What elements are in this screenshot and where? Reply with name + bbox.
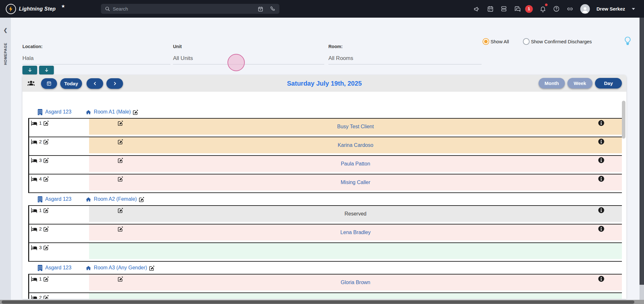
- occupant-name[interactable]: Karina Cardoso: [89, 142, 622, 148]
- lightbulb-icon[interactable]: [623, 36, 632, 46]
- brand[interactable]: Lightning Step ★: [6, 4, 62, 14]
- room-label: Room:: [328, 44, 343, 49]
- calendar-filter-icon[interactable]: [258, 6, 263, 12]
- edit-bed-icon[interactable]: [44, 139, 49, 144]
- horizontal-scrollbar[interactable]: [2, 300, 634, 304]
- user-menu-caret-icon[interactable]: [632, 8, 635, 10]
- building-icon: [37, 196, 43, 202]
- download-button-1[interactable]: [22, 66, 37, 74]
- bed-icon: [31, 207, 37, 213]
- view-day-button[interactable]: Day: [595, 78, 622, 89]
- room-link[interactable]: Room A2 (Female): [94, 196, 137, 202]
- download-button-2[interactable]: [39, 66, 54, 74]
- chat-count-badge[interactable]: 1: [525, 5, 533, 13]
- link-icon[interactable]: [566, 5, 574, 13]
- occupant-name[interactable]: Paula Patton: [89, 161, 622, 167]
- megaphone-icon[interactable]: [473, 5, 480, 13]
- search-icon: [105, 6, 110, 12]
- bed-icon: [31, 276, 37, 282]
- edit-bed-icon[interactable]: [44, 207, 49, 213]
- info-icon[interactable]: [598, 120, 604, 126]
- bed-row: 3Paula Patton: [29, 155, 622, 172]
- room-group: 1Gloria Brown2: [28, 274, 622, 299]
- bed-number: 2: [39, 226, 42, 232]
- view-week-button[interactable]: Week: [567, 78, 592, 89]
- edit-bed-icon[interactable]: [44, 120, 49, 126]
- edit-bed-icon[interactable]: [44, 157, 49, 163]
- view-month-button[interactable]: Month: [539, 78, 565, 89]
- calendar-icon[interactable]: [487, 5, 494, 12]
- info-icon[interactable]: [598, 157, 604, 163]
- show-confirmed-radio[interactable]: [523, 38, 530, 45]
- bed-assignment-cell[interactable]: Reserved: [89, 206, 622, 222]
- location-select[interactable]: Hala: [22, 55, 34, 62]
- bed-icon: [31, 120, 37, 126]
- info-icon[interactable]: [598, 176, 604, 182]
- bed-assignment-cell[interactable]: Gloria Brown: [89, 274, 622, 291]
- bed-assignment-cell[interactable]: Paula Patton: [89, 156, 622, 172]
- unit-label: Unit: [173, 44, 182, 49]
- room-groups: Asgard 123Room A1 (Male)1Busy Test Clien…: [28, 108, 622, 299]
- bed-assignment-cell[interactable]: Mising Caller: [89, 174, 622, 190]
- show-all-radio[interactable]: [483, 38, 489, 45]
- bed-assignment-cell[interactable]: [89, 293, 622, 299]
- phone-filter-icon[interactable]: [270, 6, 276, 12]
- user-name[interactable]: Drew Serkez: [597, 6, 625, 12]
- bed-label: 2: [29, 137, 89, 153]
- cursor-highlight: [227, 54, 245, 71]
- bed-assignment-cell[interactable]: Karina Cardoso: [89, 137, 622, 153]
- occupant-name[interactable]: Gloria Brown: [89, 280, 622, 285]
- vertical-scrollbar[interactable]: [640, 18, 644, 285]
- info-icon[interactable]: [598, 139, 604, 145]
- facility-link[interactable]: Asgard 123: [45, 265, 71, 271]
- search-input[interactable]: [113, 6, 255, 12]
- room-link[interactable]: Room A3 (Any Gender): [94, 265, 147, 271]
- star-icon[interactable]: ★: [61, 4, 65, 9]
- bed-assignment-cell[interactable]: Busy Test Client: [89, 119, 622, 135]
- panels-icon[interactable]: [500, 5, 507, 12]
- occupant-name[interactable]: Mising Caller: [89, 180, 622, 185]
- occupant-name[interactable]: Lena Bradley: [89, 230, 622, 235]
- global-search[interactable]: [101, 4, 279, 14]
- facility-link[interactable]: Asgard 123: [45, 109, 71, 115]
- edit-room-icon[interactable]: [149, 265, 155, 271]
- calendar-scrollbar[interactable]: [622, 101, 625, 139]
- bed-number: 3: [39, 245, 42, 250]
- location-label: Location:: [22, 44, 43, 49]
- lightning-logo-icon: [6, 4, 16, 14]
- sidebar-item-homepage[interactable]: HOMEPAGE: [0, 43, 11, 65]
- info-icon[interactable]: [598, 226, 604, 232]
- room-select[interactable]: All Rooms: [328, 55, 353, 62]
- chat-icon[interactable]: [514, 5, 521, 13]
- help-icon[interactable]: [553, 5, 560, 12]
- horizontal-scrollbar-track: [0, 300, 644, 304]
- bed-row: 4Mising Caller: [29, 174, 622, 190]
- occupant-name[interactable]: Busy Test Client: [89, 124, 622, 130]
- edit-bed-icon[interactable]: [44, 295, 49, 299]
- sidebar-collapse-icon[interactable]: ❮: [0, 27, 11, 33]
- facility-link[interactable]: Asgard 123: [45, 196, 71, 202]
- building-icon: [37, 265, 43, 271]
- unit-select[interactable]: All Units: [173, 55, 193, 62]
- bed-assignment-cell[interactable]: Lena Bradley: [89, 224, 622, 241]
- bell-icon[interactable]: [540, 5, 546, 12]
- user-avatar[interactable]: [580, 4, 590, 14]
- edit-bed-icon[interactable]: [44, 276, 49, 282]
- edit-room-icon[interactable]: [139, 197, 144, 202]
- edit-bed-icon[interactable]: [44, 245, 49, 250]
- bed-assignment-cell[interactable]: [89, 243, 622, 259]
- info-icon[interactable]: [598, 276, 604, 282]
- bed-number: 1: [39, 276, 42, 282]
- room-link[interactable]: Room A1 (Male): [94, 109, 131, 115]
- show-confirmed-label: Show Confirmed Discharges: [531, 39, 592, 44]
- edit-bed-icon[interactable]: [44, 176, 49, 182]
- vertical-scrollbar-track: [640, 285, 644, 300]
- info-icon[interactable]: [598, 207, 604, 213]
- bed-number: 2: [39, 295, 42, 299]
- home-icon: [86, 265, 91, 271]
- building-icon: [37, 109, 43, 115]
- bed-label: 1: [29, 206, 89, 222]
- edit-room-icon[interactable]: [133, 109, 138, 115]
- bed-board-card: Today Saturday July 19th, 2025 Month Wee…: [22, 75, 626, 299]
- edit-bed-icon[interactable]: [44, 226, 49, 232]
